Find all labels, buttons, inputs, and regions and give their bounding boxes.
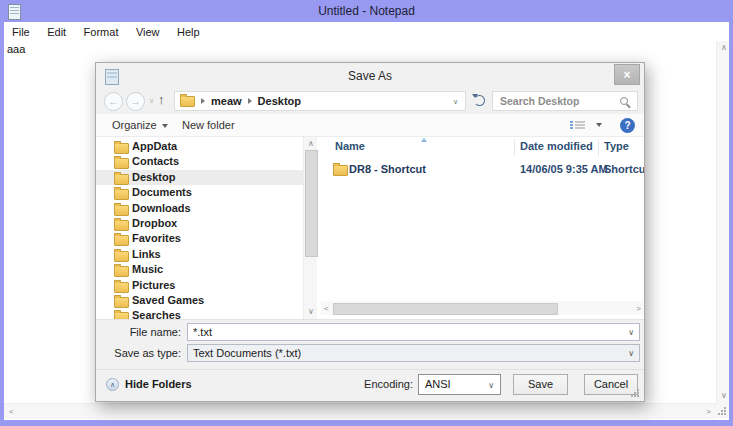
sidebar-item-desktop[interactable]: Desktop — [96, 170, 303, 185]
scroll-left-icon[interactable]: < — [324, 305, 329, 313]
breadcrumb[interactable]: meaw Desktop ∨ — [174, 91, 466, 111]
folder-icon — [114, 282, 129, 293]
editor-text[interactable]: aaa — [7, 43, 25, 55]
search-input[interactable]: Search Desktop — [492, 91, 638, 111]
chevron-down-icon — [162, 124, 168, 128]
sort-ascending-icon — [421, 138, 427, 142]
recent-pages-icon[interactable]: ∨ — [149, 97, 154, 105]
file-name-label: File name: — [96, 323, 181, 341]
save-as-type-label: Save as type: — [96, 344, 181, 362]
save-as-dialog: Save As × ← → ∨ ↑ meaw Desktop ∨ — [95, 62, 645, 402]
encoding-select[interactable]: ANSI ∨ — [418, 374, 501, 395]
file-list-horizontal-scrollbar[interactable]: < > — [321, 301, 644, 315]
sidebar-item-documents[interactable]: Documents — [96, 185, 303, 200]
dialog-title: Save As — [96, 63, 644, 89]
column-header-type[interactable]: Type — [604, 140, 629, 152]
folder-icon — [114, 297, 129, 308]
sidebar-item-contacts[interactable]: Contacts — [96, 154, 303, 169]
search-placeholder: Search Desktop — [500, 95, 579, 107]
scroll-down-icon[interactable]: ∨ — [308, 308, 314, 316]
save-as-type-select[interactable]: Text Documents (*.txt) ∨ — [187, 344, 640, 362]
address-dropdown-icon[interactable]: ∨ — [453, 98, 458, 106]
scroll-right-icon[interactable]: > — [706, 408, 711, 416]
scroll-down-icon[interactable]: ∨ — [721, 392, 727, 400]
menu-edit[interactable]: Edit — [42, 23, 71, 42]
encoding-label: Encoding: — [326, 374, 413, 395]
folder-icon — [114, 312, 129, 320]
scrollbar-thumb[interactable] — [305, 150, 318, 257]
up-button[interactable]: ↑ — [158, 92, 165, 107]
chevron-down-icon[interactable]: ∨ — [628, 349, 634, 358]
menu-bar: File Edit Format View Help — [4, 22, 729, 41]
folder-icon — [114, 158, 129, 169]
sidebar-item-downloads[interactable]: Downloads — [96, 201, 303, 216]
file-list-pane: Name Date modified Type DR8 - Shortcut 1… — [321, 137, 644, 319]
menu-file[interactable]: File — [7, 23, 35, 42]
resize-grip-icon — [724, 407, 726, 409]
views-dropdown-icon[interactable] — [596, 123, 602, 127]
folder-icon — [114, 220, 129, 231]
views-button[interactable] — [570, 121, 585, 131]
folder-icon — [114, 251, 129, 262]
column-separator[interactable] — [598, 139, 599, 156]
folder-icon — [114, 189, 129, 200]
new-folder-button[interactable]: New folder — [182, 114, 235, 136]
organize-button[interactable]: Organize — [112, 114, 168, 136]
scrollbar-thumb[interactable] — [333, 303, 558, 315]
folder-icon — [333, 165, 348, 176]
sidebar-scrollbar[interactable]: ∧ ∨ — [303, 137, 317, 319]
save-button[interactable]: Save — [513, 374, 568, 395]
file-name-input[interactable]: *.txt ∨ — [187, 323, 640, 341]
scroll-up-icon[interactable]: ∧ — [308, 140, 314, 148]
dialog-main-area: AppData Contacts Desktop Documents Downl… — [96, 137, 644, 320]
scroll-up-icon[interactable]: ∧ — [721, 44, 727, 52]
scroll-left-icon[interactable]: < — [9, 408, 14, 416]
menu-format[interactable]: Format — [79, 23, 124, 42]
folder-icon — [114, 174, 129, 185]
refresh-button[interactable] — [469, 91, 490, 111]
dialog-toolbar: Organize New folder ? — [96, 114, 644, 137]
chevron-down-icon[interactable]: ∨ — [628, 328, 634, 337]
chevron-down-icon[interactable]: ∨ — [488, 381, 494, 390]
collapse-icon: ∧ — [106, 378, 119, 391]
sidebar-item-dropbox[interactable]: Dropbox — [96, 216, 303, 231]
folder-icon — [114, 143, 129, 154]
breadcrumb-item-desktop[interactable]: Desktop — [258, 95, 301, 107]
column-separator[interactable] — [514, 139, 515, 156]
folder-icon — [114, 266, 129, 277]
breadcrumb-item-meaw[interactable]: meaw — [211, 95, 242, 107]
dialog-close-button[interactable]: × — [614, 64, 640, 85]
sidebar-item-pictures[interactable]: Pictures — [96, 278, 303, 293]
sidebar-item-appdata[interactable]: AppData — [96, 139, 303, 154]
sidebar-item-links[interactable]: Links — [96, 247, 303, 262]
scroll-right-icon[interactable]: > — [636, 305, 641, 313]
cancel-button[interactable]: Cancel — [584, 374, 638, 395]
forward-button[interactable]: → — [126, 92, 145, 111]
back-button[interactable]: ← — [104, 92, 123, 111]
navigation-bar: ← → ∨ ↑ meaw Desktop ∨ Search Desktop — [96, 89, 644, 114]
column-header-name[interactable]: Name — [335, 140, 365, 152]
refresh-icon — [474, 95, 485, 106]
breadcrumb-separator-icon — [248, 98, 252, 104]
breadcrumb-separator-icon — [201, 98, 205, 104]
notepad-titlebar[interactable]: Untitled - Notepad — [0, 0, 733, 22]
column-header-date-modified[interactable]: Date modified — [520, 140, 593, 152]
menu-help[interactable]: Help — [172, 23, 205, 42]
menu-view[interactable]: View — [131, 23, 165, 42]
notepad-horizontal-scrollbar[interactable]: < > — [4, 403, 716, 419]
dialog-resize-grip-icon[interactable] — [637, 389, 639, 391]
notepad-vertical-scrollbar[interactable]: ∧ ∨ — [716, 41, 730, 403]
folder-icon — [114, 235, 129, 246]
sidebar-item-favorites[interactable]: Favorites — [96, 231, 303, 246]
sidebar-item-saved-games[interactable]: Saved Games — [96, 293, 303, 308]
footer-divider — [96, 369, 644, 370]
notepad-resize-grip[interactable] — [716, 403, 729, 418]
search-icon — [620, 97, 628, 105]
folder-icon — [180, 96, 195, 107]
file-row-dr8-shortcut[interactable]: DR8 - Shortcut 14/06/05 9:35 AM Shortcut — [321, 161, 644, 178]
folder-icon — [114, 205, 129, 216]
sidebar-item-music[interactable]: Music — [96, 262, 303, 277]
help-button[interactable]: ? — [620, 118, 635, 133]
sidebar-item-searches[interactable]: Searches — [96, 308, 303, 320]
window-title: Untitled - Notepad — [0, 0, 733, 22]
